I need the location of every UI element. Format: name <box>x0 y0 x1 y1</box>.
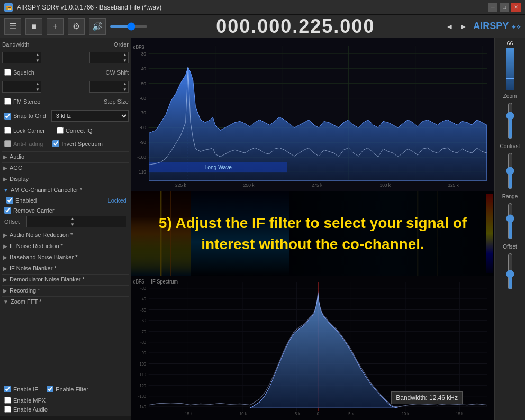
enabled-checkbox[interactable] <box>6 197 13 204</box>
svg-text:10 k: 10 k <box>402 410 410 416</box>
remove-carrier-row[interactable]: Remove Carrier <box>2 206 129 215</box>
cw-shift-input[interactable]: 1 000 <box>90 84 122 90</box>
svg-text:-40: -40 <box>140 296 146 302</box>
correct-iq-checkbox[interactable] <box>57 127 64 134</box>
baseband-nb-label: Baseband Noise Blanker * <box>10 254 77 260</box>
snap-grid-checkbox-row[interactable]: Snap to Grid <box>2 112 48 121</box>
agc-section-label: AGC <box>10 165 22 171</box>
range-slider[interactable] <box>505 203 515 240</box>
audio-noise-arrow: ▶ <box>3 232 7 238</box>
offset-spinbox[interactable]: 9 000 ▲▼ <box>26 216 126 227</box>
zoom-fft-arrow: ▼ <box>3 299 8 305</box>
enabled-row[interactable]: Enabled <box>4 196 39 205</box>
bandwidth-tooltip: Bandwidth: 12,46 kHz <box>391 391 463 404</box>
svg-text:275 k: 275 k <box>312 182 323 188</box>
zoom-slider[interactable] <box>505 102 515 139</box>
anti-fading-row[interactable]: Anti-Fading <box>2 139 45 148</box>
enable-if-checkbox[interactable] <box>4 386 11 392</box>
freq-left-button[interactable]: ◄ <box>444 22 456 31</box>
bandwidth-tooltip-text: Bandwidth: 12,46 kHz <box>396 394 458 401</box>
enable-audio-row[interactable]: Enable Audio <box>2 405 129 414</box>
left-scroll[interactable]: Bandwidth Order 32 000 ▲▼ 1 000 ▲▼ Squel… <box>0 38 131 382</box>
enable-filter-checkbox[interactable] <box>47 386 53 392</box>
demodulator-nb-header[interactable]: ▶ Demodulator Noise Blanker * <box>2 274 129 284</box>
snap-grid-checkbox[interactable] <box>4 113 11 120</box>
am-cochannel-label: AM Co-Channel Canceller * <box>11 187 82 193</box>
enable-mpx-label: Enable MPX <box>13 397 46 404</box>
display-section-header[interactable]: ▶ Display <box>2 174 129 184</box>
offset-label-text: Offset <box>4 218 23 225</box>
snap-grid-label: Snap to Grid <box>13 113 46 119</box>
enable-filter-row[interactable]: Enable Filter <box>44 385 90 394</box>
cw-shift-spinbox[interactable]: 1 000 ▲▼ <box>89 81 129 93</box>
correct-iq-row[interactable]: Correct IQ <box>55 126 95 135</box>
enable-audio-checkbox[interactable] <box>4 406 11 413</box>
remove-carrier-checkbox[interactable] <box>4 207 11 214</box>
if-spectrum: -30 -40 -50 -60 -70 -80 -90 -100 -110 -1… <box>131 276 494 420</box>
offset-slider[interactable] <box>505 253 515 290</box>
audio-button[interactable]: 🔊 <box>89 18 106 35</box>
svg-text:-120: -120 <box>138 382 146 388</box>
fm-stereo-row[interactable]: FM Stereo <box>2 97 42 106</box>
svg-text:-15 k: -15 k <box>184 410 193 416</box>
audio-noise-reduction-header[interactable]: ▶ Audio Noise Reduction * <box>2 230 129 240</box>
baseband-noise-blanker-header[interactable]: ▶ Baseband Noise Blanker * <box>2 252 129 262</box>
freq-right-button[interactable]: ► <box>457 22 469 31</box>
right-content: -30 -40 -50 -60 -70 -80 -90 -100 -110 dB… <box>131 38 494 420</box>
squelch-spinbox[interactable]: 50 ▲▼ <box>2 81 41 93</box>
fm-stereo-checkbox[interactable] <box>4 98 11 105</box>
recording-label: Recording * <box>10 287 40 294</box>
contrast-slider[interactable] <box>505 152 515 189</box>
display-arrow: ▶ <box>3 176 7 182</box>
if-nb-arrow: ▶ <box>3 266 7 271</box>
recording-header[interactable]: ▶ Recording * <box>2 285 129 295</box>
offset-input[interactable]: 9 000 <box>27 218 69 225</box>
bandwidth-spinbox[interactable]: 32 000 ▲▼ <box>2 52 41 63</box>
zoom-fft-label: Zoom FFT * <box>11 298 41 305</box>
if-nb-label: IF Noise Blanker * <box>10 265 57 271</box>
if-noise-label: IF Noise Reduction * <box>10 243 63 249</box>
bandwidth-input[interactable]: 32 000 <box>3 54 34 61</box>
squelch-cw-value-row: 50 ▲▼ 1 000 ▲▼ <box>2 80 129 94</box>
squelch-checkbox[interactable] <box>4 69 11 76</box>
recording-arrow: ▶ <box>3 288 7 294</box>
lock-carrier-row[interactable]: Lock Carrier <box>2 126 47 135</box>
frequency-nav: ◄ ► <box>444 22 469 31</box>
enable-mpx-checkbox[interactable] <box>4 397 11 404</box>
zoom-fft-header[interactable]: ▼ Zoom FFT * <box>2 296 129 306</box>
snap-grid-select[interactable]: 3 kHz 5 kHz 9 kHz <box>51 110 129 122</box>
agc-section-header[interactable]: ▶ AGC <box>2 162 129 172</box>
scroll-indicator <box>0 416 131 420</box>
cw-shift-label: CW Shift <box>106 69 129 76</box>
lock-carrier-correct-iq-row: Lock Carrier Correct IQ <box>2 125 129 136</box>
settings-button[interactable]: ⚙ <box>68 18 85 35</box>
maximize-button[interactable]: □ <box>500 3 509 12</box>
enable-if-row[interactable]: Enable IF <box>2 385 40 394</box>
lock-carrier-label: Lock Carrier <box>13 127 45 134</box>
enable-mpx-row[interactable]: Enable MPX <box>2 396 129 405</box>
am-cochannel-section-header[interactable]: ▼ AM Co-Channel Canceller * <box>2 185 129 195</box>
invert-spectrum-checkbox[interactable] <box>52 140 59 147</box>
spectrum-area: -30 -40 -50 -60 -70 -80 -90 -100 -110 dB… <box>131 38 494 191</box>
volume-slider[interactable] <box>110 25 147 28</box>
zoom-label: Zoom <box>503 93 517 99</box>
if-noise-blanker-header[interactable]: ▶ IF Noise Blanker * <box>2 263 129 273</box>
svg-text:-40: -40 <box>140 66 146 71</box>
squelch-checkbox-row[interactable]: Squelch <box>2 68 37 77</box>
stop-button[interactable]: ■ <box>25 18 42 35</box>
minimize-button[interactable]: ─ <box>488 3 497 12</box>
squelch-input[interactable]: 50 <box>3 84 34 90</box>
svg-text:-50: -50 <box>140 307 146 313</box>
add-button[interactable]: + <box>47 18 64 35</box>
close-button[interactable]: ✕ <box>511 3 521 12</box>
enabled-label: Enabled <box>15 197 37 204</box>
svg-text:15 k: 15 k <box>456 410 464 416</box>
if-noise-reduction-header[interactable]: ▶ IF Noise Reduction * <box>2 241 129 251</box>
menu-button[interactable]: ☰ <box>4 18 21 35</box>
order-spinbox[interactable]: 1 000 ▲▼ <box>89 52 129 63</box>
invert-spectrum-row[interactable]: Invert Spectrum <box>50 139 105 148</box>
lock-carrier-checkbox[interactable] <box>4 127 11 134</box>
order-input[interactable]: 1 000 <box>90 54 122 61</box>
svg-text:-60: -60 <box>140 95 146 101</box>
audio-section-header[interactable]: ▶ Audio <box>2 151 129 161</box>
